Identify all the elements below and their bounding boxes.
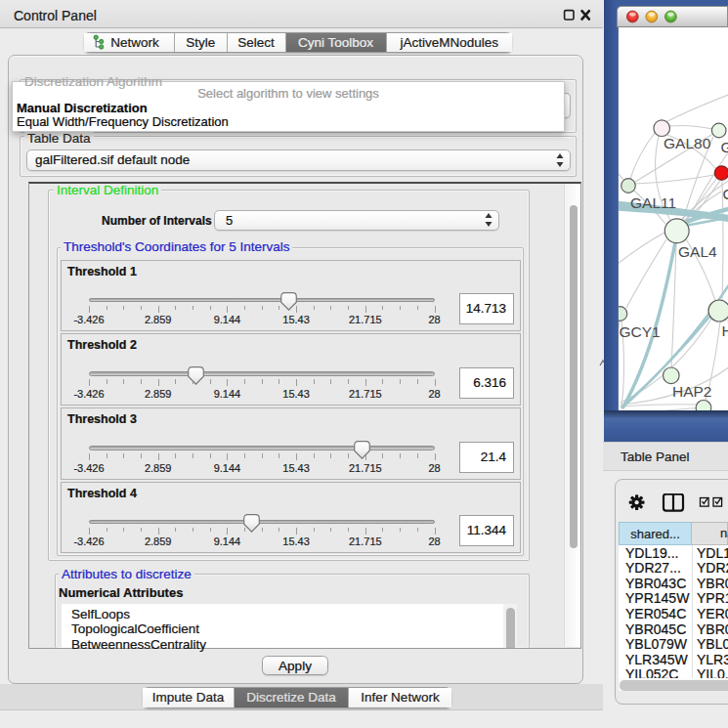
svg-text:C: C	[723, 186, 728, 202]
svg-text:HAP2: HAP2	[672, 383, 712, 400]
svg-text:GAL4: GAL4	[678, 243, 717, 260]
svg-text:H: H	[722, 322, 728, 339]
svg-text:GAL80: GAL80	[664, 135, 711, 151]
svg-text:GCY1: GCY1	[620, 323, 661, 340]
svg-text:GA: GA	[721, 139, 728, 155]
svg-text:GAL11: GAL11	[630, 194, 676, 211]
